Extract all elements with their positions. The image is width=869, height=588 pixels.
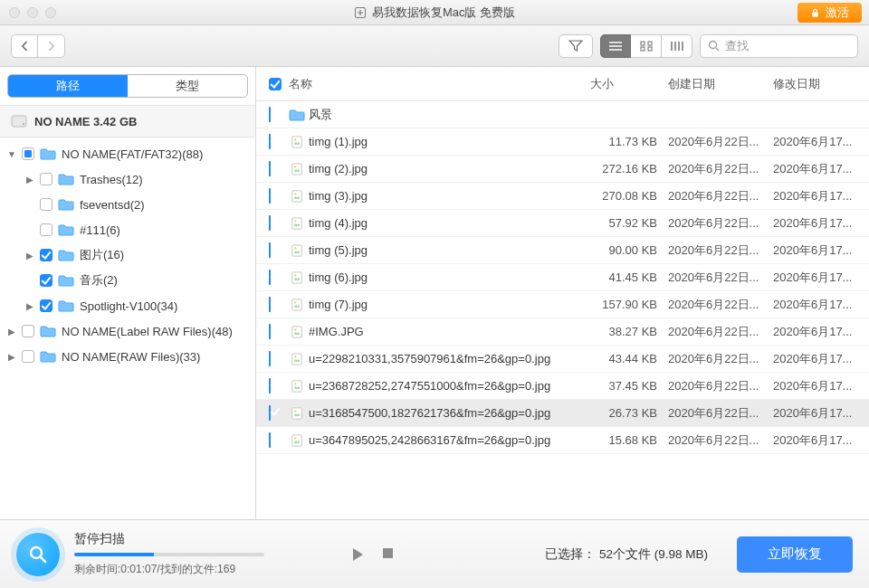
table-row[interactable]: u=3647895025,2428663167&fm=26&gp=0.jpg15… bbox=[256, 427, 869, 454]
filter-button[interactable] bbox=[559, 34, 593, 58]
file-size: 157.90 KB bbox=[590, 298, 668, 311]
tree-node[interactable]: ▶Trashes(12) bbox=[0, 166, 255, 192]
view-list-button[interactable] bbox=[600, 34, 631, 58]
back-button[interactable] bbox=[11, 34, 38, 58]
col-size[interactable]: 大小 bbox=[590, 76, 668, 92]
image-file-icon bbox=[289, 434, 305, 447]
tree-node[interactable]: #111(6) bbox=[0, 217, 255, 242]
tree-node[interactable]: ▶NO NAME(RAW Files)(33) bbox=[0, 344, 255, 369]
tree-node[interactable]: fseventsd(2) bbox=[0, 192, 255, 217]
tree-node[interactable]: ▶Spotlight-V100(34) bbox=[0, 293, 255, 318]
row-checkbox[interactable] bbox=[269, 107, 271, 122]
disclosure-triangle-icon[interactable]: ▶ bbox=[25, 301, 34, 311]
svg-point-14 bbox=[294, 193, 296, 194]
row-checkbox[interactable] bbox=[269, 242, 271, 258]
tab-type[interactable]: 类型 bbox=[128, 75, 247, 97]
row-checkbox[interactable] bbox=[269, 161, 271, 176]
chevron-right-icon bbox=[47, 41, 55, 52]
play-button[interactable] bbox=[351, 547, 364, 562]
image-file-icon bbox=[289, 244, 305, 257]
tree-node[interactable]: ▶图片(16) bbox=[0, 242, 255, 268]
col-created[interactable]: 创建日期 bbox=[668, 76, 773, 92]
table-row[interactable]: timg (2).jpg272.16 KB2020年6月22日...2020年6… bbox=[256, 156, 869, 183]
table-row[interactable]: #IMG.JPG38.27 KB2020年6月22日...2020年6月17..… bbox=[256, 318, 869, 346]
svg-point-16 bbox=[294, 220, 296, 222]
file-created: 2020年6月22日... bbox=[668, 134, 773, 150]
disclosure-triangle-icon[interactable]: ▶ bbox=[25, 251, 34, 261]
tree-checkbox[interactable] bbox=[40, 249, 53, 261]
file-modified: 2020年6月17... bbox=[773, 242, 869, 259]
disclosure-triangle-icon[interactable]: ▼ bbox=[7, 149, 16, 159]
view-columns-button[interactable] bbox=[662, 34, 692, 58]
tab-path[interactable]: 路径 bbox=[8, 75, 128, 97]
activate-button[interactable]: 激活 bbox=[797, 3, 862, 23]
tree-checkbox[interactable] bbox=[40, 223, 53, 236]
folder-icon bbox=[58, 249, 74, 261]
row-checkbox[interactable] bbox=[269, 270, 271, 285]
recover-button[interactable]: 立即恢复 bbox=[737, 536, 853, 573]
row-checkbox[interactable] bbox=[269, 134, 271, 149]
tree-node[interactable]: ▼NO NAME(FAT/FAT32)(88) bbox=[0, 141, 255, 166]
col-name[interactable]: 名称 bbox=[289, 76, 590, 92]
file-name: 风景 bbox=[309, 107, 590, 123]
search-field[interactable]: 查找 bbox=[700, 34, 858, 58]
drive-header[interactable]: NO NAME 3.42 GB bbox=[0, 105, 255, 138]
table-row[interactable]: timg (4).jpg57.92 KB2020年6月22日...2020年6月… bbox=[256, 210, 869, 237]
svg-rect-17 bbox=[292, 244, 302, 255]
row-checkbox[interactable] bbox=[269, 432, 271, 448]
table-row[interactable]: timg (1).jpg11.73 KB2020年6月22日...2020年6月… bbox=[256, 128, 869, 156]
table-row[interactable]: timg (5).jpg90.00 KB2020年6月22日...2020年6月… bbox=[256, 237, 869, 264]
folder-icon bbox=[58, 274, 74, 287]
disclosure-triangle-icon[interactable]: ▶ bbox=[25, 175, 34, 185]
disclosure-triangle-icon[interactable]: ▶ bbox=[7, 327, 16, 337]
table-row[interactable]: u=2368728252,2747551000&fm=26&gp=0.jpg37… bbox=[256, 373, 869, 400]
table-row[interactable]: timg (6).jpg41.45 KB2020年6月22日...2020年6月… bbox=[256, 264, 869, 291]
col-modified[interactable]: 修改日期 bbox=[773, 76, 869, 92]
tree-checkbox[interactable] bbox=[40, 173, 53, 185]
select-all-checkbox[interactable] bbox=[269, 78, 282, 90]
min-dot[interactable] bbox=[27, 7, 38, 18]
disclosure-triangle-icon[interactable]: ▶ bbox=[7, 352, 16, 362]
svg-point-8 bbox=[23, 123, 24, 125]
tree-checkbox[interactable] bbox=[22, 147, 34, 160]
tree-node[interactable]: 音乐(2) bbox=[0, 268, 255, 293]
svg-rect-4 bbox=[641, 47, 645, 51]
file-name: u=2298210331,3575907961&fm=26&gp=0.jpg bbox=[309, 352, 590, 365]
folder-icon bbox=[289, 109, 305, 121]
app-title-text: 易我数据恢复Mac版 免费版 bbox=[372, 5, 515, 21]
close-dot[interactable] bbox=[9, 7, 20, 18]
tree-checkbox[interactable] bbox=[40, 299, 53, 312]
table-body[interactable]: 风景timg (1).jpg11.73 KB2020年6月22日...2020年… bbox=[256, 101, 869, 519]
stop-button[interactable] bbox=[382, 547, 394, 562]
progress-bar[interactable] bbox=[74, 553, 264, 556]
columns-icon bbox=[670, 41, 684, 52]
activate-label: 激活 bbox=[826, 5, 849, 21]
row-checkbox[interactable] bbox=[269, 297, 271, 312]
tree-node[interactable]: ▶NO NAME(Label RAW Files)(48) bbox=[0, 318, 255, 344]
row-checkbox[interactable] bbox=[269, 351, 271, 366]
row-checkbox[interactable] bbox=[269, 405, 271, 421]
view-grid-button[interactable] bbox=[631, 34, 662, 58]
file-name: timg (7).jpg bbox=[309, 298, 590, 311]
row-checkbox[interactable] bbox=[269, 188, 271, 204]
table-row[interactable]: u=3168547500,1827621736&fm=26&gp=0.jpg26… bbox=[256, 400, 869, 427]
tree-checkbox[interactable] bbox=[22, 350, 34, 363]
file-name: timg (3).jpg bbox=[309, 189, 590, 203]
table-row[interactable]: 风景 bbox=[256, 101, 869, 128]
forward-button[interactable] bbox=[38, 34, 65, 58]
table-row[interactable]: timg (7).jpg157.90 KB2020年6月22日...2020年6… bbox=[256, 291, 869, 318]
tree-checkbox[interactable] bbox=[22, 325, 34, 337]
svg-rect-31 bbox=[292, 434, 302, 445]
tree-checkbox[interactable] bbox=[40, 274, 53, 287]
row-checkbox[interactable] bbox=[269, 324, 271, 339]
table-row[interactable]: timg (3).jpg270.08 KB2020年6月22日...2020年6… bbox=[256, 183, 869, 210]
scan-indicator[interactable] bbox=[16, 533, 60, 576]
file-panel: 名称 大小 创建日期 修改日期 风景timg (1).jpg11.73 KB20… bbox=[256, 67, 869, 519]
row-checkbox[interactable] bbox=[269, 378, 271, 394]
table-row[interactable]: u=2298210331,3575907961&fm=26&gp=0.jpg43… bbox=[256, 346, 869, 373]
max-dot[interactable] bbox=[45, 7, 56, 18]
view-mode-switch bbox=[600, 34, 692, 58]
svg-rect-13 bbox=[292, 190, 302, 201]
row-checkbox[interactable] bbox=[269, 215, 271, 231]
tree-checkbox[interactable] bbox=[40, 198, 53, 211]
